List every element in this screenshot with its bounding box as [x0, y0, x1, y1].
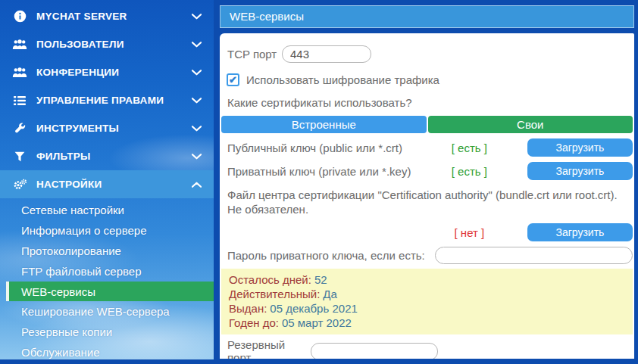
sidebar-item-users[interactable]: ПОЛЬЗОВАТЕЛИ — [0, 30, 214, 58]
tab-custom-certificates[interactable]: Свои — [428, 116, 633, 133]
cert-days-left-label: Осталось дней: — [229, 273, 311, 286]
cert-days-left-line: Осталось дней:52 — [229, 272, 625, 287]
chevron-up-icon — [192, 182, 202, 188]
sidebar-item-label: MYCHAT SERVER — [36, 11, 192, 22]
chevron-down-icon — [192, 14, 202, 20]
public-key-row: Публичный ключ (public или *.crt) [ есть… — [227, 138, 633, 157]
web-services-panel: TCP порт Использовать шифрование трафика… — [220, 33, 634, 359]
reserve-port-label: Резервный порт — [227, 338, 311, 359]
sidebar-item-label: ИНСТРУМЕНТЫ — [36, 123, 192, 134]
tcp-port-label: TCP порт — [227, 48, 282, 61]
cert-valid-line: Действительный:Да — [229, 287, 625, 301]
page-title: WEB-сервисы — [220, 5, 634, 28]
sidebar-item-conferences[interactable]: КОНФЕРЕНЦИИ — [0, 58, 214, 86]
chevron-down-icon — [192, 42, 202, 48]
sidebar-item-label: КОНФЕРЕНЦИИ — [36, 67, 192, 78]
submenu-item-logging[interactable]: Протоколирование — [0, 241, 214, 261]
info-icon — [11, 10, 29, 23]
sidebar-item-rights-management[interactable]: УПРАВЛЕНИЕ ПРАВАМИ — [0, 86, 214, 114]
ca-file-status: [ нет ] — [425, 226, 514, 239]
sidebar-item-settings[interactable]: НАСТРОЙКИ — [0, 170, 214, 198]
cert-days-left-value: 52 — [314, 273, 327, 286]
filter-icon — [11, 151, 29, 162]
submenu-item-backups[interactable]: Резервные копии — [0, 322, 214, 342]
settings-submenu: Сетевые настройки Информация о сервере П… — [0, 200, 214, 359]
certificates-question: Какие сертификаты использовать? — [227, 96, 633, 109]
private-key-row: Приватный ключ (private или *.key) [ ест… — [227, 162, 633, 180]
chevron-down-icon — [192, 70, 202, 76]
chevron-down-icon — [192, 126, 202, 132]
private-key-password-label: Пароль приватного ключа, если есть: — [227, 249, 435, 262]
sidebar: MYCHAT SERVER ПОЛЬЗОВАТЕЛИ КОНФЕРЕНЦИИ — [0, 0, 214, 359]
submenu-item-maintenance[interactable]: Обслуживание — [0, 342, 214, 359]
cert-issued-line: Выдан:05 декабрь 2021 — [229, 301, 625, 316]
list-icon — [11, 95, 29, 106]
ca-file-row: [ нет ] Загрузить — [227, 223, 633, 241]
submenu-item-ftp-file-server[interactable]: FTP файловый сервер — [0, 261, 214, 282]
users-icon — [11, 39, 29, 50]
ca-file-note: Файл центра сертификации "Certification … — [227, 188, 633, 216]
reserve-port-input[interactable] — [311, 343, 438, 359]
chevron-down-icon — [192, 98, 202, 104]
certificate-info-box: Осталось дней:52 Действительный:Да Выдан… — [221, 269, 633, 334]
encryption-checkbox[interactable] — [227, 73, 239, 86]
upload-private-key-button[interactable]: Загрузить — [527, 162, 633, 180]
sidebar-item-tools[interactable]: ИНСТРУМЕНТЫ — [0, 114, 214, 142]
public-key-status: [ есть ] — [425, 142, 514, 154]
cert-issued-label: Выдан: — [229, 302, 267, 315]
ca-file-note-line2: Не обязателен. — [227, 202, 633, 216]
cert-valid-value: Да — [323, 288, 337, 300]
sidebar-item-label: УПРАВЛЕНИЕ ПРАВАМИ — [36, 95, 192, 106]
cert-valid-label: Действительный: — [229, 288, 320, 300]
private-key-password-input[interactable] — [435, 247, 633, 264]
tab-builtin-certificates[interactable]: Встроенные — [221, 116, 427, 133]
sidebar-item-mychat-server[interactable]: MYCHAT SERVER — [0, 2, 214, 30]
mychat-admin-app: MYCHAT SERVER ПОЛЬЗОВАТЕЛИ КОНФЕРЕНЦИИ — [0, 0, 638, 364]
submenu-item-network-settings[interactable]: Сетевые настройки — [0, 200, 214, 220]
cert-expires-line: Годен до:05 март 2022 — [229, 316, 625, 330]
ca-file-note-line1: Файл центра сертификации "Certification … — [227, 188, 633, 202]
sidebar-item-label: ПОЛЬЗОВАТЕЛИ — [36, 39, 192, 50]
tcp-port-row: TCP порт — [227, 44, 633, 64]
wrench-icon — [11, 123, 29, 134]
upload-public-key-button[interactable]: Загрузить — [527, 138, 633, 157]
encryption-label: Использовать шифрование трафика — [246, 73, 439, 86]
upload-ca-file-button[interactable]: Загрузить — [527, 223, 633, 241]
private-key-label: Приватный ключ (private или *.key) — [227, 165, 425, 178]
public-key-label: Публичный ключ (public или *.crt) — [227, 142, 425, 154]
main-content: WEB-сервисы TCP порт Использовать шифров… — [214, 0, 638, 364]
cert-expires-value: 05 март 2022 — [282, 316, 352, 329]
private-key-status: [ есть ] — [425, 165, 514, 178]
submenu-item-web-cache[interactable]: Кеширование WEB-сервера — [0, 301, 214, 322]
gears-icon — [11, 179, 29, 191]
sidebar-item-label: ФИЛЬТРЫ — [36, 151, 192, 162]
conference-icon — [11, 67, 29, 78]
sidebar-item-label: НАСТРОЙКИ — [36, 179, 192, 190]
submenu-item-web-services[interactable]: WEB-сервисы — [6, 282, 214, 301]
encryption-row: Использовать шифрование трафика — [227, 73, 633, 86]
sidebar-item-filters[interactable]: ФИЛЬТРЫ — [0, 142, 214, 170]
tcp-port-input[interactable] — [282, 45, 371, 63]
reserve-port-row: Резервный порт — [227, 341, 633, 359]
chevron-down-icon — [192, 154, 202, 160]
certificate-tabs: Встроенные Свои — [221, 116, 633, 133]
private-key-password-row: Пароль приватного ключа, если есть: — [227, 247, 633, 264]
submenu-item-server-info[interactable]: Информация о сервере — [0, 220, 214, 241]
cert-expires-label: Годен до: — [229, 316, 279, 329]
cert-issued-value: 05 декабрь 2021 — [270, 302, 357, 315]
